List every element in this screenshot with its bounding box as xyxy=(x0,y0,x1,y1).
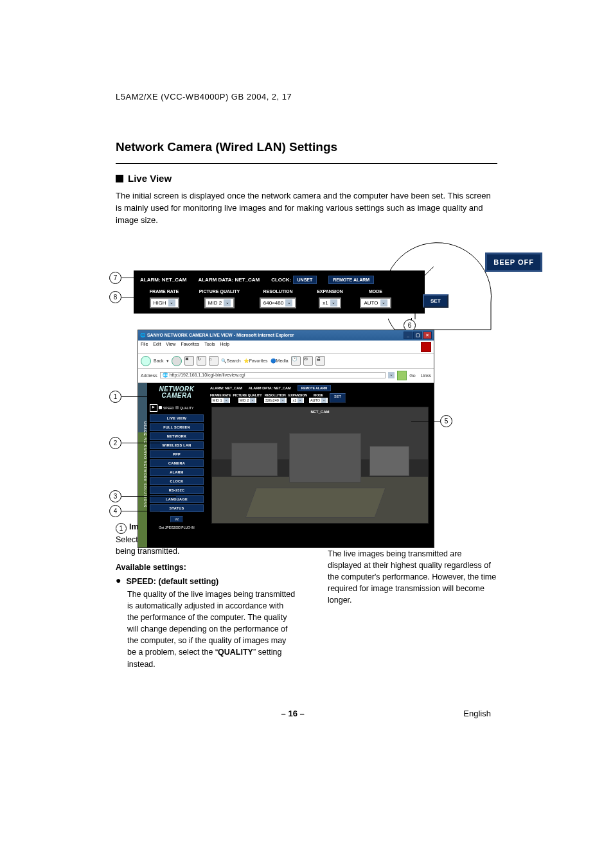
section-heading-live-view: Live View xyxy=(128,173,172,184)
picture-quality-select[interactable]: MID 2⌄ xyxy=(204,297,235,308)
speed-radio-icon[interactable] xyxy=(159,406,162,409)
chevron-down-icon: ⌄ xyxy=(285,299,292,306)
play-icon: ▶ xyxy=(150,404,157,412)
home-icon[interactable]: ⌂ xyxy=(209,356,218,366)
speed-setting-heading: SPEED: (default setting) xyxy=(126,576,218,587)
go-button[interactable] xyxy=(397,371,407,380)
browser-window: 🌐 SANYO NETWORK CAMERA LIVE VIEW - Micro… xyxy=(138,330,434,548)
set-button[interactable]: SET xyxy=(423,294,449,308)
browser-address-bar[interactable]: Address 🌐 http://192.168.1.10/cgi-bin/li… xyxy=(138,369,434,383)
remote-alarm-button[interactable]: REMOTE ALARM xyxy=(328,276,374,284)
resolution-select[interactable]: 640×480⌄ xyxy=(260,297,296,308)
callout-2: 2 xyxy=(109,437,121,449)
picture-quality-label: PICTURE QUALITY xyxy=(192,289,247,294)
version-button[interactable]: V2 xyxy=(170,516,183,522)
minimize-icon[interactable]: _ xyxy=(404,332,413,339)
section-bullet xyxy=(116,175,123,182)
speed-quality-toggle[interactable]: ▶ SPEED QUALITY xyxy=(150,404,204,413)
mini-resolution-select[interactable]: 320x240⌄ xyxy=(264,398,287,403)
language-label: English xyxy=(463,709,491,718)
browser-toolbar[interactable]: Back▾ ✖ ↻ ⌂ 🔍Search ⭐Favorites 🔵Media 🕑 … xyxy=(138,354,434,369)
print-icon[interactable]: 🖨 xyxy=(315,356,325,366)
browser-menu-bar[interactable]: File Edit View Favorites Tools Help xyxy=(138,341,434,354)
title-divider xyxy=(116,163,497,164)
sidebar-item-ppp[interactable]: PPP xyxy=(150,450,204,458)
quality-setting-description: The live images being transmitted are di… xyxy=(328,548,497,607)
expansion-select[interactable]: x1⌄ xyxy=(319,297,341,308)
chevron-down-icon[interactable]: ⌄ xyxy=(388,372,395,378)
callout-8: 8 xyxy=(109,291,121,303)
set-leader-line xyxy=(413,265,451,290)
page-title: Network Camera (Wired LAN) Settings xyxy=(116,140,497,154)
alarm-data-label: ALARM DATA: xyxy=(198,277,233,283)
browser-title-text: 🌐 SANYO NETWORK CAMERA LIVE VIEW - Micro… xyxy=(140,333,294,338)
sidebar-item-full-screen[interactable]: FULL SCREEN xyxy=(150,423,204,431)
sidebar-item-camera[interactable]: CAMERA xyxy=(150,459,204,467)
mode-select[interactable]: AUTO⌄ xyxy=(360,297,391,308)
resolution-label: RESOLUTION xyxy=(251,289,305,294)
close-icon[interactable]: × xyxy=(423,332,432,339)
frame-rate-select[interactable]: HIGH⌄ xyxy=(150,297,179,308)
sidebar: USAGE NE SANYO NETWORK SOLUTIONS NETWORK… xyxy=(138,383,206,547)
document-header: L5AM2/XE (VCC-WB4000P) GB 2004, 2, 17 xyxy=(116,92,497,102)
mode-label: MODE xyxy=(355,289,396,294)
alarm-data-value: NET_CAM xyxy=(235,277,260,283)
chevron-down-icon: ⌄ xyxy=(224,299,231,306)
callout-5: 5 xyxy=(440,415,452,427)
callout-4: 4 xyxy=(109,505,121,517)
speed-setting-description: The quality of the live images being tra… xyxy=(127,589,297,670)
mini-expansion-select[interactable]: x1⌄ xyxy=(291,398,304,403)
frame-rate-label: FRAME RATE xyxy=(140,289,188,294)
enlarged-control-bar: ALARM: NET_CAM ALARM DATA: NET_CAM CLOCK… xyxy=(134,270,425,314)
chevron-down-icon: ⌄ xyxy=(330,299,337,306)
alarm-label: ALARM: xyxy=(140,277,161,283)
mini-frame-rate-select[interactable]: MID 1⌄ xyxy=(211,398,230,403)
mini-remote-alarm-button[interactable]: REMOTE ALARM xyxy=(298,385,332,391)
callout-1: 1 xyxy=(109,391,121,403)
mini-mode-select[interactable]: AUTO⌄ xyxy=(309,398,328,403)
sidebar-item-alarm[interactable]: ALARM xyxy=(150,468,204,476)
stop-icon[interactable]: ✖ xyxy=(184,356,194,366)
chevron-down-icon: ⌄ xyxy=(380,299,387,306)
sidebar-strip: USAGE NE SANYO NETWORK SOLUTIONS xyxy=(138,383,147,547)
clock-value[interactable]: UNSET xyxy=(293,276,317,284)
expansion-label: EXPANSION xyxy=(309,289,351,294)
refresh-icon[interactable]: ↻ xyxy=(197,356,206,366)
svg-line-1 xyxy=(413,267,434,287)
callout-7: 7 xyxy=(109,272,121,284)
sidebar-item-clock[interactable]: CLOCK xyxy=(150,477,204,485)
beep-off-button[interactable]: BEEP OFF xyxy=(485,252,542,272)
address-input[interactable]: 🌐 http://192.168.1.10/cgi-bin/liveview.c… xyxy=(160,372,386,378)
alarm-value: NET_CAM xyxy=(162,277,187,283)
history-icon[interactable]: 🕑 xyxy=(291,356,301,366)
ie-logo-icon xyxy=(421,342,431,352)
section-intro: The initial screen is displayed once the… xyxy=(116,190,497,227)
mini-picture-quality-select[interactable]: MID 2⌄ xyxy=(238,398,257,403)
sidebar-item-live-view[interactable]: LIVE VIEW xyxy=(150,414,204,422)
network-camera-logo: NETWORK CAMERA xyxy=(150,384,204,403)
forward-icon[interactable] xyxy=(172,356,182,366)
mini-set-button[interactable]: SET xyxy=(330,393,346,403)
plugin-link[interactable]: Get JPEG2000 PLUG-IN xyxy=(150,526,204,530)
clock-label: CLOCK: xyxy=(271,277,291,283)
quality-radio-icon[interactable] xyxy=(175,406,179,409)
mail-icon[interactable]: ✉ xyxy=(303,356,313,366)
live-video-frame: NET_CAM xyxy=(211,407,429,524)
back-icon[interactable] xyxy=(141,356,151,366)
maximize-icon[interactable]: ▢ xyxy=(413,332,422,339)
callout-3: 3 xyxy=(109,490,121,502)
video-camera-name: NET_CAM xyxy=(310,410,329,414)
chevron-down-icon: ⌄ xyxy=(168,299,175,306)
available-settings-heading: Available settings: xyxy=(116,562,297,573)
page-number: – 16 – xyxy=(281,709,305,718)
